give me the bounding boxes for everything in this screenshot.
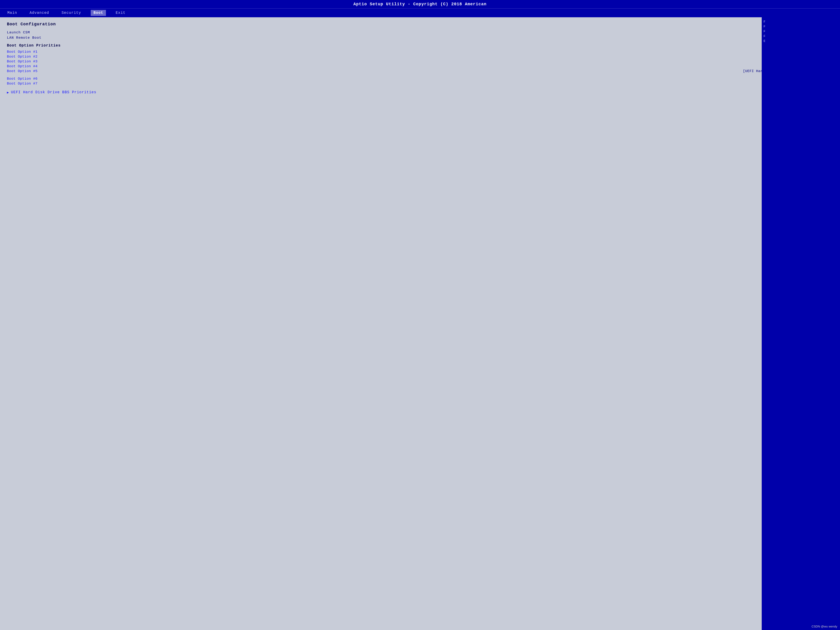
- triangle-icon: ▶: [7, 90, 9, 95]
- boot-options-group-2: Boot Option #6 [UEFI Network] Boot Optio…: [7, 77, 824, 86]
- nav-boot[interactable]: Boot: [91, 10, 106, 16]
- boot-option-5-row: Boot Option #5 [UEFI Hard Disk:Windows B…: [7, 69, 824, 73]
- nav-security[interactable]: Security: [59, 10, 84, 16]
- sidebar-letter-2: F: [764, 24, 838, 29]
- lan-remote-boot-row: LAN Remote Boot [Disabled]: [7, 36, 824, 40]
- right-sidebar-items: F F F F E: [764, 20, 838, 43]
- sidebar-letter-1: F: [764, 20, 838, 24]
- bios-screen: Aptio Setup Utility - Copyright (C) 2018…: [0, 0, 840, 630]
- boot-option-7-row: Boot Option #7 [UEFI CD/DVD]: [7, 82, 824, 86]
- boot-option-2-row: Boot Option #2 [UEFI USB Hard Disk]: [7, 55, 824, 59]
- boot-option-1-row: Boot Option #1 [UEFI USB Key]: [7, 50, 824, 54]
- boot-option-2-label: Boot Option #2: [7, 55, 53, 59]
- boot-option-3-row: Boot Option #3 [UEFI USB CD/DVD]: [7, 60, 824, 63]
- boot-option-6-label: Boot Option #6: [7, 77, 53, 81]
- boot-option-3-label: Boot Option #3: [7, 60, 53, 63]
- launch-csm-row: Launch CSM [Disabled]: [7, 31, 824, 35]
- nav-bar[interactable]: Main Advanced Security Boot Exit: [0, 8, 840, 17]
- boot-option-7-label: Boot Option #7: [7, 82, 53, 86]
- title-text: Aptio Setup Utility - Copyright (C) 2018…: [354, 2, 486, 6]
- lan-remote-boot-label: LAN Remote Boot: [7, 36, 41, 40]
- right-panel: F F F F E: [762, 17, 840, 630]
- section-title: Boot Configuration: [7, 22, 824, 27]
- left-panel: Boot Configuration Launch CSM [Disabled]…: [7, 22, 833, 625]
- title-bar: Aptio Setup Utility - Copyright (C) 2018…: [0, 0, 840, 8]
- nav-exit[interactable]: Exit: [113, 10, 128, 16]
- nav-advanced[interactable]: Advanced: [27, 10, 52, 16]
- sidebar-letter-3: F: [764, 29, 838, 34]
- launch-csm-label: Launch CSM: [7, 31, 30, 35]
- uefi-hdd-row[interactable]: ▶ UEFI Hard Disk Drive BBS Priorities: [7, 90, 824, 95]
- boot-option-6-row: Boot Option #6 [UEFI Network]: [7, 77, 824, 81]
- boot-options-group: Boot Option #1 [UEFI USB Key] Boot Optio…: [7, 50, 824, 73]
- nav-main[interactable]: Main: [5, 10, 20, 16]
- content-area: Boot Configuration Launch CSM [Disabled]…: [0, 17, 840, 630]
- sidebar-letter-5: E: [764, 39, 838, 43]
- boot-priorities-title: Boot Option Priorities: [7, 44, 824, 48]
- boot-option-1-label: Boot Option #1: [7, 50, 53, 54]
- uefi-hdd-label: UEFI Hard Disk Drive BBS Priorities: [11, 90, 96, 95]
- watermark: CSDN @wu wendy: [812, 625, 837, 628]
- boot-option-4-label: Boot Option #4: [7, 65, 53, 68]
- sidebar-letter-4: F: [764, 34, 838, 38]
- boot-option-5-label: Boot Option #5: [7, 69, 53, 73]
- boot-option-4-row: Boot Option #4 [UEFI USB Floppy]: [7, 65, 824, 68]
